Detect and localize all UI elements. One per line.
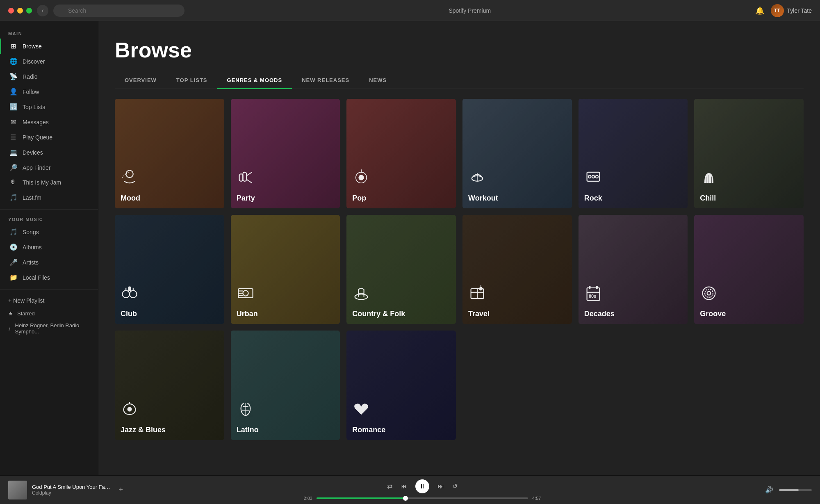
tab-genres-moods[interactable]: GENRES & MOODS	[217, 72, 292, 89]
maximize-button[interactable]	[26, 8, 32, 14]
sidebar-item-app-finder[interactable]: 🔎 App Finder	[0, 160, 98, 175]
genre-card-workout[interactable]: Workout	[462, 99, 572, 208]
genre-card-rock[interactable]: Rock	[579, 99, 688, 208]
sidebar-item-discover[interactable]: 🌐 Discover	[0, 54, 98, 69]
close-button[interactable]	[8, 8, 14, 14]
sidebar-item-albums[interactable]: 💿 Albums	[0, 239, 98, 255]
page-title: Browse	[115, 38, 804, 62]
genre-card-urban[interactable]: Urban	[231, 215, 340, 324]
genre-card-chill[interactable]: Chill	[694, 99, 804, 208]
genre-icon-romance	[352, 400, 450, 422]
follow-icon: 👤	[9, 88, 17, 96]
current-time: 2:03	[299, 496, 312, 501]
sidebar-divider	[0, 209, 98, 210]
sidebar-item-songs[interactable]: 🎵 Songs	[0, 224, 98, 239]
notifications-icon[interactable]: 🔔	[755, 6, 764, 15]
genre-icon-workout	[468, 169, 566, 191]
new-playlist-button[interactable]: + New Playlist	[0, 294, 98, 308]
genre-icon-jazz	[121, 400, 219, 422]
genre-card-country[interactable]: Country & Folk	[346, 215, 456, 324]
svg-point-0	[126, 170, 133, 178]
genre-card-decades[interactable]: 80s Decades	[579, 215, 688, 324]
svg-point-39	[705, 289, 713, 297]
sidebar-item-label: Radio	[23, 73, 38, 80]
play-pause-button[interactable]: ⏸	[415, 479, 429, 493]
genre-card-travel[interactable]: Travel	[462, 215, 572, 324]
genre-content: Pop	[346, 163, 456, 208]
sidebar-item-radio[interactable]: 📡 Radio	[0, 69, 98, 84]
svg-point-11	[595, 175, 598, 178]
your-music-label: YOUR MUSIC	[0, 214, 98, 224]
genre-icon-mood	[121, 169, 219, 191]
genre-name: Party	[237, 194, 335, 203]
tab-overview[interactable]: OVERVIEW	[115, 72, 166, 89]
svg-rect-1	[243, 172, 246, 181]
genre-card-latino[interactable]: Latino	[231, 331, 340, 440]
genre-name: Urban	[237, 310, 335, 318]
sidebar-item-play-queue[interactable]: ☰ Play Queue	[0, 130, 98, 145]
sidebar-item-browse[interactable]: ⊞ Browse	[0, 39, 98, 54]
genre-content: Party	[231, 163, 340, 208]
genre-name: Latino	[237, 426, 335, 434]
genre-card-party[interactable]: Party	[231, 99, 340, 208]
genre-card-groove[interactable]: Groove	[694, 215, 804, 324]
genre-name: Jazz & Blues	[121, 426, 219, 434]
tabs: OVERVIEW TOP LISTS GENRES & MOODS NEW RE…	[115, 72, 804, 89]
progress-thumb	[403, 496, 408, 501]
sidebar-item-messages[interactable]: ✉ Messages	[0, 114, 98, 130]
prev-button[interactable]: ⏮	[401, 483, 407, 490]
sidebar-item-label: Artists	[23, 259, 39, 266]
tab-top-lists[interactable]: TOP LISTS	[166, 72, 217, 89]
genre-card-mood[interactable]: Mood	[115, 99, 224, 208]
next-button[interactable]: ⏭	[437, 483, 444, 490]
genre-card-club[interactable]: Club	[115, 215, 224, 324]
starred-icon: ★	[8, 310, 13, 317]
repeat-button[interactable]: ↺	[452, 482, 458, 490]
svg-rect-33	[589, 286, 590, 289]
user-area[interactable]: TT Tyler Tate	[771, 4, 812, 17]
titlebar-right: 🔔 TT Tyler Tate	[755, 4, 812, 17]
tab-new-releases[interactable]: NEW RELEASES	[292, 72, 359, 89]
volume-icon[interactable]: 🔊	[765, 486, 773, 494]
search-wrapper: 🔍	[53, 5, 184, 17]
shuffle-button[interactable]: ⇄	[387, 482, 392, 490]
genre-name: Club	[121, 310, 219, 318]
genre-card-romance[interactable]: Romance	[346, 331, 456, 440]
svg-point-9	[588, 175, 591, 178]
artists-icon: 🎤	[9, 258, 17, 266]
player-controls: ⇄ ⏮ ⏸ ⏭ ↺ 2:03 4:57	[131, 479, 713, 501]
sidebar-item-follow[interactable]: 👤 Follow	[0, 84, 98, 99]
genre-name: Rock	[584, 194, 682, 203]
main-section-label: MAIN	[0, 28, 98, 39]
sidebar-item-artists[interactable]: 🎤 Artists	[0, 255, 98, 270]
tab-news[interactable]: NEWS	[359, 72, 396, 89]
search-input[interactable]	[53, 5, 184, 17]
sidebar-item-top-lists[interactable]: 🔢 Top Lists	[0, 99, 98, 114]
add-to-playlist-button[interactable]: +	[118, 486, 123, 494]
svg-rect-8	[587, 172, 599, 181]
genre-icon-club	[121, 284, 219, 306]
genre-name: Groove	[700, 310, 798, 318]
genre-card-pop[interactable]: Pop	[346, 99, 456, 208]
local-files-icon: 📁	[9, 274, 17, 281]
playlist-item-heinz[interactable]: ♪ Heinz Rögner, Berlin Radio Sympho...	[0, 319, 98, 338]
genre-icon-rock	[584, 169, 682, 191]
genre-content: Country & Folk	[346, 278, 456, 324]
genre-content: Travel	[462, 278, 572, 324]
sidebar-item-last-fm[interactable]: 🎵 Last.fm	[0, 190, 98, 205]
app-finder-icon: 🔎	[9, 164, 17, 171]
genre-content: Romance	[346, 395, 456, 440]
albums-icon: 💿	[9, 243, 17, 251]
genre-name: Pop	[352, 194, 450, 203]
genre-card-jazz[interactable]: Jazz & Blues	[115, 331, 224, 440]
playlist-item-starred[interactable]: ★ Starred	[0, 308, 98, 319]
sidebar-divider-2	[0, 289, 98, 290]
volume-bar[interactable]	[779, 489, 812, 491]
minimize-button[interactable]	[17, 8, 23, 14]
sidebar-item-this-is-my-jam[interactable]: 🎙 This Is My Jam	[0, 175, 98, 190]
lastfm-icon: 🎵	[9, 194, 17, 201]
back-button[interactable]: ‹	[37, 5, 48, 16]
sidebar-item-local-files[interactable]: 📁 Local Files	[0, 270, 98, 285]
progress-bar[interactable]	[317, 497, 528, 499]
sidebar-item-devices[interactable]: 💻 Devices	[0, 145, 98, 160]
